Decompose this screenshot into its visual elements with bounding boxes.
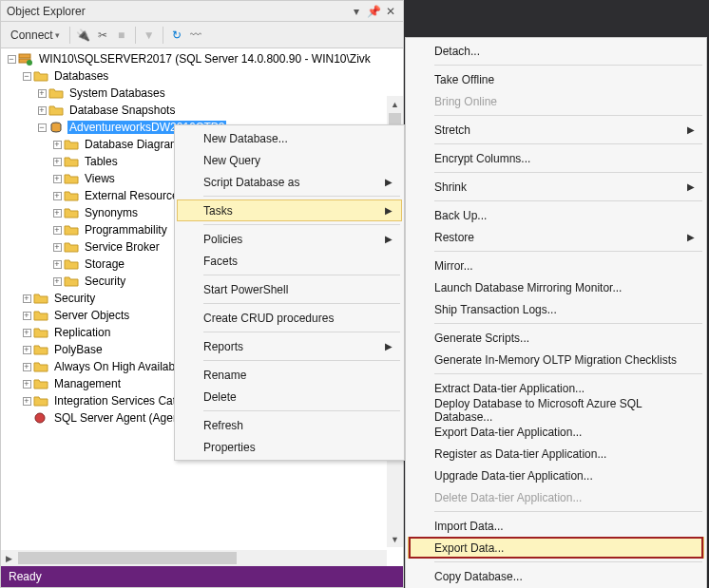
expand-toggle[interactable]: + xyxy=(20,311,33,320)
menu-shrink[interactable]: Shrink▶ xyxy=(408,176,704,198)
menu-delete[interactable]: Delete xyxy=(177,386,402,408)
menu-label: Copy Database... xyxy=(434,570,523,583)
expand-toggle[interactable]: + xyxy=(50,259,64,269)
menu-label: Launch Database Mirroring Monitor... xyxy=(434,281,622,294)
node-label: Management xyxy=(52,377,123,390)
expand-toggle[interactable]: + xyxy=(50,140,64,149)
menu-stretch[interactable]: Stretch▶ xyxy=(408,119,704,141)
expand-toggle[interactable]: + xyxy=(50,225,64,235)
menu-deploy-azure[interactable]: Deploy Database to Microsoft Azure SQL D… xyxy=(408,399,704,421)
scroll-thumb[interactable] xyxy=(18,552,237,564)
menu-label: Register as Data-tier Application... xyxy=(434,447,606,461)
menu-copy-database[interactable]: Copy Database... xyxy=(408,565,704,587)
expand-toggle[interactable]: + xyxy=(20,294,33,303)
scroll-right-icon[interactable]: ▶ xyxy=(1,550,17,566)
scroll-up-icon[interactable]: ▲ xyxy=(387,96,403,112)
expand-toggle[interactable]: + xyxy=(35,88,48,98)
menu-import-data[interactable]: Import Data... xyxy=(408,515,704,537)
dropdown-icon[interactable]: ▾ xyxy=(348,5,365,18)
menu-export-datatier[interactable]: Export Data-tier Application... xyxy=(408,421,704,443)
folder-icon xyxy=(64,240,79,254)
node-label: Security xyxy=(52,292,97,305)
expand-toggle[interactable]: − xyxy=(20,71,33,81)
folder-icon xyxy=(64,155,79,168)
menu-create-crud[interactable]: Create CRUD procedures xyxy=(177,307,402,329)
tree-node[interactable]: +System Databases xyxy=(1,85,403,102)
menu-separator xyxy=(434,172,702,173)
expand-toggle[interactable]: + xyxy=(50,242,64,252)
menu-label: Restore xyxy=(434,231,474,244)
expand-toggle[interactable]: + xyxy=(20,396,33,406)
menu-encrypt-columns[interactable]: Encrypt Columns... xyxy=(408,147,704,169)
menu-launch-mirroring-monitor[interactable]: Launch Database Mirroring Monitor... xyxy=(408,276,704,298)
expand-toggle[interactable]: + xyxy=(20,362,33,371)
menu-start-powershell[interactable]: Start PowerShell xyxy=(177,278,402,300)
menu-new-query[interactable]: New Query xyxy=(177,149,402,171)
menu-upgrade-datatier[interactable]: Upgrade Data-tier Application... xyxy=(408,465,704,486)
menu-label: Refresh xyxy=(203,419,243,432)
expand-toggle[interactable]: + xyxy=(50,174,64,183)
tree-node-databases[interactable]: − Databases xyxy=(1,67,403,85)
menu-facets[interactable]: Facets xyxy=(177,250,402,272)
menu-separator xyxy=(434,65,702,66)
expand-toggle[interactable]: + xyxy=(20,379,33,389)
expand-toggle[interactable]: + xyxy=(50,191,64,200)
horizontal-scrollbar[interactable]: ◀ ▶ xyxy=(1,550,387,566)
menu-label: Generate Scripts... xyxy=(434,332,529,345)
menu-policies[interactable]: Policies▶ xyxy=(177,228,402,250)
menu-separator xyxy=(434,200,702,201)
menu-export-data[interactable]: Export Data... xyxy=(408,537,704,559)
menu-generate-inmemory[interactable]: Generate In-Memory OLTP Migration Checkl… xyxy=(408,349,704,370)
menu-ship-logs[interactable]: Ship Transaction Logs... xyxy=(408,298,704,320)
expand-toggle[interactable]: − xyxy=(5,54,18,64)
expand-toggle[interactable]: + xyxy=(50,276,64,286)
menu-separator xyxy=(203,196,400,197)
connect-icon[interactable]: 🔌 xyxy=(74,28,93,42)
folder-icon xyxy=(33,360,48,373)
menu-label: Rename xyxy=(203,369,246,382)
menu-script-database[interactable]: Script Database as▶ xyxy=(177,171,402,193)
activity-icon[interactable]: 〰 xyxy=(186,28,205,42)
menu-take-offline[interactable]: Take Offline xyxy=(408,68,704,90)
menu-refresh[interactable]: Refresh xyxy=(177,414,402,436)
menu-label: Deploy Database to Microsoft Azure SQL D… xyxy=(434,397,695,424)
menu-new-database[interactable]: New Database... xyxy=(177,127,402,149)
menu-restore[interactable]: Restore▶ xyxy=(408,226,704,248)
menu-properties[interactable]: Properties xyxy=(177,436,402,458)
disconnect-icon[interactable]: ✂ xyxy=(93,28,112,42)
menu-detach[interactable]: Detach... xyxy=(408,40,704,62)
connect-button[interactable]: Connect▾ xyxy=(5,24,66,47)
tree-node-server[interactable]: − WIN10\SQLSERVER2017 (SQL Server 14.0.8… xyxy=(1,50,403,67)
folder-icon xyxy=(33,394,48,408)
menu-label: Bring Online xyxy=(434,95,497,108)
menu-label: Take Offline xyxy=(434,73,494,86)
expand-toggle[interactable]: + xyxy=(35,105,48,115)
expand-toggle[interactable]: + xyxy=(50,157,64,166)
menu-tasks[interactable]: Tasks▶ xyxy=(177,199,402,221)
menu-generate-scripts[interactable]: Generate Scripts... xyxy=(408,327,704,349)
menu-label: Delete xyxy=(203,390,237,404)
scroll-down-icon[interactable]: ▼ xyxy=(387,531,403,547)
menu-register-datatier[interactable]: Register as Data-tier Application... xyxy=(408,443,704,465)
menu-reports[interactable]: Reports▶ xyxy=(177,335,402,357)
expand-toggle[interactable]: + xyxy=(20,345,33,354)
expand-toggle[interactable]: + xyxy=(20,328,33,337)
menu-rename[interactable]: Rename xyxy=(177,364,402,386)
menu-mirror[interactable]: Mirror... xyxy=(408,255,704,276)
node-label: Programmability xyxy=(83,223,169,237)
close-icon[interactable]: ✕ xyxy=(382,5,399,18)
menu-separator xyxy=(203,224,400,225)
tree-node[interactable]: +Database Snapshots xyxy=(1,102,403,119)
refresh-icon[interactable]: ↻ xyxy=(167,28,186,42)
node-label: Views xyxy=(83,172,117,185)
filter-icon[interactable]: ▼ xyxy=(140,28,159,42)
stop-icon[interactable]: ■ xyxy=(112,28,131,42)
menu-label: Export Data... xyxy=(434,541,504,555)
expand-toggle[interactable]: + xyxy=(50,208,64,218)
folder-icon xyxy=(33,377,48,390)
menu-label: Delete Data-tier Application... xyxy=(434,491,582,504)
expand-toggle[interactable]: − xyxy=(35,123,48,132)
folder-icon xyxy=(33,326,48,339)
menu-back-up[interactable]: Back Up... xyxy=(408,204,704,226)
pin-icon[interactable]: 📌 xyxy=(365,5,382,18)
